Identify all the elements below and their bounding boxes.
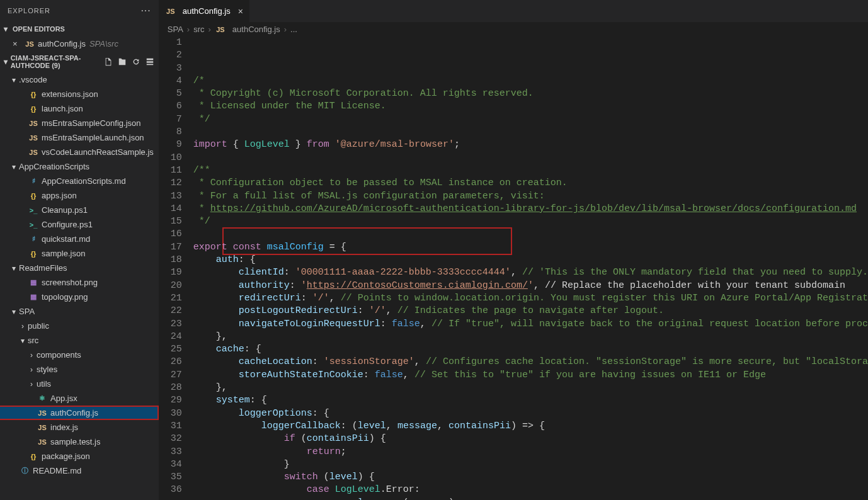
png-icon: ▦	[28, 293, 39, 301]
more-icon[interactable]: ···	[140, 5, 151, 16]
breadcrumb-item[interactable]: src	[193, 25, 204, 34]
collapse-icon[interactable]	[145, 57, 155, 67]
file-name: topology.png	[42, 292, 88, 302]
tab-authconfig[interactable]: JS authConfig.js ×	[159, 0, 250, 22]
md-icon: ♯	[28, 177, 39, 185]
folder-item[interactable]: ▾AppCreationScripts	[0, 159, 159, 174]
file-name: sample.test.js	[50, 437, 100, 446]
open-editors-header[interactable]: ▾ OPEN EDITORS	[0, 21, 159, 37]
chevron-down-icon: ▾	[4, 25, 13, 33]
js-icon: JS	[37, 438, 48, 446]
js-icon: JS	[165, 8, 176, 15]
folder-name: src	[28, 336, 38, 345]
file-name: Cleanup.ps1	[42, 205, 88, 215]
chevron-icon: ▾	[9, 307, 19, 316]
folder-item[interactable]: ›utils	[0, 377, 159, 391]
js-icon: JS	[28, 120, 39, 127]
file-item[interactable]: JSvsCodeLaunchReactSample.js	[0, 145, 159, 159]
file-item[interactable]: {}package.json	[0, 449, 159, 463]
file-name: package.json	[42, 452, 90, 461]
file-item[interactable]: ♯AppCreationScripts.md	[0, 174, 159, 188]
file-name: Configure.ps1	[42, 220, 93, 229]
jsx-icon: ⚛	[37, 394, 48, 402]
file-item[interactable]: {}launch.json	[0, 101, 159, 116]
folder-item[interactable]: ›public	[0, 319, 159, 333]
new-file-icon[interactable]	[103, 57, 113, 67]
file-name: index.js	[50, 423, 78, 432]
breadcrumb-item[interactable]: SPA	[168, 25, 183, 34]
file-name: README.md	[33, 466, 81, 475]
chevron-down-icon: ▾	[4, 57, 11, 66]
chevron-right-icon: ›	[187, 25, 190, 34]
chevron-icon: ▾	[18, 336, 28, 345]
file-name: vsCodeLaunchReactSample.js	[42, 147, 154, 157]
folder-item[interactable]: ›styles	[0, 362, 159, 377]
folder-name: components	[37, 350, 81, 360]
file-item[interactable]: JSauthConfig.js	[0, 406, 159, 420]
json-icon: {}	[28, 105, 39, 113]
file-item[interactable]: ▦topology.png	[0, 290, 159, 304]
refresh-icon[interactable]	[131, 57, 141, 67]
project-header[interactable]: ▾ CIAM-JSREACT-SPA-AUTHCODE (9)	[0, 51, 159, 72]
chevron-right-icon: ›	[284, 25, 287, 34]
editor-tabs: JS authConfig.js ×	[159, 0, 868, 22]
editor-main: JS authConfig.js × SPA › src › JS authCo…	[159, 0, 868, 500]
ps1-icon: >_	[28, 207, 39, 214]
folder-item[interactable]: ›components	[0, 348, 159, 362]
file-item[interactable]: {}apps.json	[0, 188, 159, 203]
json-icon: {}	[28, 250, 39, 258]
breadcrumb-item[interactable]: ...	[290, 25, 297, 34]
folder-item[interactable]: ▾.vscode	[0, 72, 159, 87]
file-name: msEntraSampleConfig.json	[42, 118, 141, 128]
file-item[interactable]: JSmsEntraSampleLaunch.json	[0, 130, 159, 145]
close-icon[interactable]: ×	[13, 39, 24, 48]
open-editors-label: OPEN EDITORS	[13, 25, 65, 33]
ps1-icon: >_	[28, 221, 39, 229]
js-icon: JS	[37, 409, 48, 417]
file-name: msEntraSampleLaunch.json	[42, 133, 144, 142]
explorer-header: EXPLORER ···	[0, 0, 159, 21]
file-item[interactable]: >_Cleanup.ps1	[0, 203, 159, 217]
chevron-icon: ›	[18, 322, 28, 331]
file-item[interactable]: JSindex.js	[0, 420, 159, 435]
chevron-icon: ›	[26, 351, 37, 360]
js-icon: JS	[215, 26, 226, 33]
file-name: quickstart.md	[42, 234, 90, 244]
folder-name: .vscode	[19, 75, 47, 84]
close-icon[interactable]: ×	[238, 6, 243, 16]
file-name: extensions.json	[42, 89, 98, 99]
code-editor[interactable]: 1234567891011121314151617181920212223242…	[159, 37, 868, 500]
breadcrumb-item[interactable]: authConfig.js	[232, 25, 280, 34]
file-name: launch.json	[42, 104, 83, 113]
chevron-right-icon: ›	[208, 25, 211, 34]
png-icon: ▦	[28, 278, 39, 287]
file-name: sample.json	[42, 249, 85, 258]
file-item[interactable]: >_Configure.ps1	[0, 217, 159, 232]
file-item[interactable]: ♯quickstart.md	[0, 232, 159, 246]
folder-name: SPA	[19, 307, 35, 316]
file-item[interactable]: {}sample.json	[0, 246, 159, 261]
json-icon: {}	[28, 192, 39, 200]
chevron-icon: ▾	[9, 264, 19, 273]
breadcrumb[interactable]: SPA › src › JS authConfig.js › ...	[159, 22, 868, 37]
tab-label: authConfig.js	[183, 6, 231, 16]
new-folder-icon[interactable]	[117, 57, 127, 67]
file-item[interactable]: JSsample.test.js	[0, 435, 159, 449]
folder-item[interactable]: ▾SPA	[0, 304, 159, 319]
code-content[interactable]: /* * Copyright (c) Microsoft Corporation…	[193, 37, 868, 500]
chevron-icon: ›	[26, 365, 37, 374]
folder-item[interactable]: ▾src	[0, 333, 159, 348]
file-item[interactable]: {}extensions.json	[0, 87, 159, 101]
js-icon: JS	[28, 149, 39, 156]
folder-name: styles	[37, 365, 57, 374]
info-icon: ⓘ	[19, 466, 30, 475]
file-item[interactable]: JSmsEntraSampleConfig.json	[0, 116, 159, 130]
js-icon: JS	[24, 40, 35, 48]
folder-item[interactable]: ▾ReadmeFiles	[0, 261, 159, 275]
open-editor-item[interactable]: × JS authConfig.js SPA\src	[0, 37, 159, 51]
chevron-icon: ▾	[9, 76, 19, 84]
file-item[interactable]: ⚛App.jsx	[0, 391, 159, 406]
file-name: App.jsx	[50, 394, 77, 403]
file-item[interactable]: ▦screenshot.png	[0, 275, 159, 290]
file-item[interactable]: ⓘREADME.md	[0, 463, 159, 478]
